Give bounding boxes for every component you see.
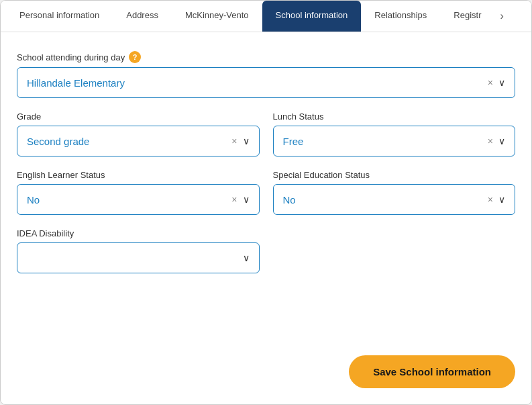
- lunch-label: Lunch Status: [273, 111, 516, 122]
- tab-next-arrow[interactable]: ›: [495, 1, 509, 32]
- special-education-clear-icon[interactable]: ×: [488, 194, 493, 205]
- school-select[interactable]: Hillandale Elementary × ∨: [17, 67, 515, 98]
- form-content: School attending during day ? Hillandale…: [1, 32, 531, 345]
- school-clear-icon[interactable]: ×: [488, 77, 493, 88]
- idea-disability-field-group: IDEA Disability ∨: [17, 228, 260, 273]
- english-learner-select[interactable]: No × ∨: [17, 184, 260, 215]
- grade-chevron-icon[interactable]: ∨: [243, 136, 250, 146]
- special-education-chevron-icon[interactable]: ∨: [498, 194, 505, 205]
- tab-address[interactable]: Address: [113, 1, 172, 32]
- special-education-select-value: No: [283, 194, 296, 206]
- lunch-field-group: Lunch Status Free × ∨: [273, 111, 516, 156]
- school-label: School attending during day ?: [17, 51, 515, 63]
- idea-disability-chevron-icon[interactable]: ∨: [243, 253, 250, 263]
- el-sped-row: English Learner Status No × ∨ Special Ed…: [17, 170, 515, 215]
- tab-relationships[interactable]: Relationships: [361, 1, 440, 32]
- special-education-select[interactable]: No × ∨: [273, 184, 516, 215]
- save-area: Save School information: [1, 345, 531, 404]
- grade-select[interactable]: Second grade × ∨: [17, 126, 260, 156]
- lunch-chevron-icon[interactable]: ∨: [498, 136, 505, 146]
- tab-registr[interactable]: Registr: [440, 1, 494, 32]
- english-learner-field-group: English Learner Status No × ∨: [17, 170, 260, 215]
- grade-select-value: Second grade: [27, 136, 89, 147]
- school-chevron-icon[interactable]: ∨: [498, 77, 505, 88]
- special-education-label: Special Education Status: [273, 170, 516, 180]
- grade-label: Grade: [17, 111, 260, 122]
- tab-bar: Personal information Address McKinney-Ve…: [1, 1, 531, 32]
- tab-personal-information[interactable]: Personal information: [6, 1, 113, 32]
- lunch-select-value: Free: [283, 136, 304, 147]
- english-learner-label: English Learner Status: [17, 170, 260, 180]
- main-window: Personal information Address McKinney-Ve…: [0, 0, 532, 405]
- english-learner-select-value: No: [27, 194, 40, 206]
- idea-disability-select[interactable]: ∨: [17, 242, 260, 273]
- school-select-value: Hillandale Elementary: [27, 77, 125, 89]
- grade-clear-icon[interactable]: ×: [231, 136, 237, 146]
- school-help-icon[interactable]: ?: [129, 51, 141, 63]
- lunch-clear-icon[interactable]: ×: [488, 136, 493, 146]
- english-learner-clear-icon[interactable]: ×: [231, 194, 237, 205]
- idea-disability-label: IDEA Disability: [17, 228, 260, 238]
- special-education-field-group: Special Education Status No × ∨: [273, 170, 516, 215]
- tab-mckinney-vento[interactable]: McKinney-Vento: [172, 1, 262, 32]
- grade-field-group: Grade Second grade × ∨: [17, 111, 260, 156]
- grade-lunch-row: Grade Second grade × ∨ Lunch Status Free…: [17, 111, 515, 156]
- tab-school-information[interactable]: School information: [262, 1, 362, 32]
- english-learner-chevron-icon[interactable]: ∨: [243, 194, 250, 205]
- save-school-information-button[interactable]: Save School information: [349, 355, 515, 388]
- lunch-select[interactable]: Free × ∨: [273, 126, 516, 156]
- school-field-group: School attending during day ? Hillandale…: [17, 51, 515, 98]
